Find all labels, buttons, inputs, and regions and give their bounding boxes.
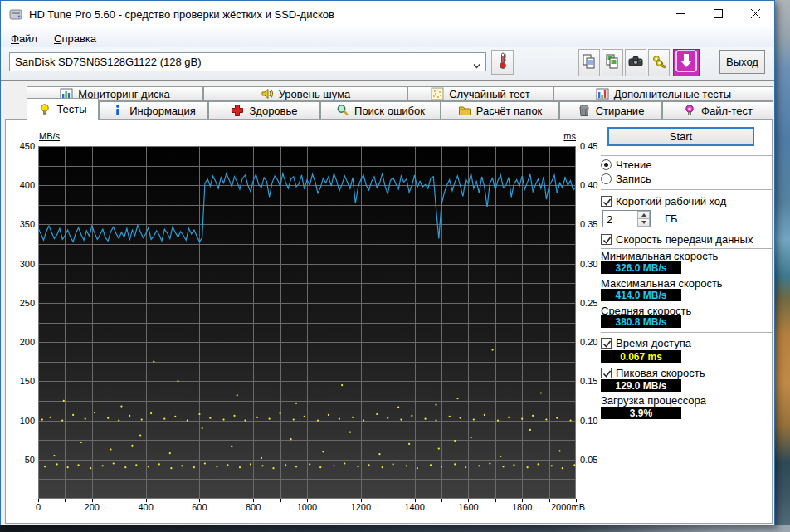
copy-image-button[interactable]: [602, 49, 623, 76]
thermometer-icon: [498, 51, 508, 73]
axis-tick-label: 0.30: [580, 259, 597, 269]
axis-tick-label: 300: [1, 259, 35, 269]
transfer-rate-checkbox[interactable]: [601, 234, 612, 245]
random-dots-icon: [431, 87, 444, 100]
transfer-rate-row[interactable]: Скорость передачи данных: [601, 233, 753, 246]
folder-icon: [458, 104, 471, 117]
exit-button[interactable]: Выход: [719, 50, 765, 74]
access-time-row[interactable]: Время доступа: [601, 337, 691, 349]
axis-tick-mark: [468, 499, 469, 502]
separator: [601, 332, 772, 333]
cpu-usage-label: Загрузка процессора: [601, 394, 706, 407]
tab-strip: Мониторинг диска Уровень шума Случайный …: [1, 81, 774, 119]
axis-tick-label: 400: [1, 180, 35, 190]
menu-help[interactable]: Справка: [49, 31, 101, 46]
maximize-button[interactable]: [700, 1, 737, 27]
minimize-button[interactable]: [662, 1, 700, 27]
axis-tick-label: 450: [1, 141, 35, 151]
keys-icon: [651, 54, 666, 72]
burst-rate-value: 129.0 MB/s: [601, 379, 681, 392]
tab-erase[interactable]: Стирание: [559, 101, 662, 120]
read-radio[interactable]: [601, 159, 612, 170]
trash-icon: [578, 104, 591, 117]
access-time-value: 0.067 ms: [601, 350, 681, 363]
triangle-down-icon: [641, 221, 646, 224]
tab-file-test[interactable]: Файл-тест: [662, 101, 773, 120]
health-cross-icon: [231, 104, 244, 117]
axis-tick-label: 600: [183, 502, 216, 512]
axis-tick-label: 0: [22, 502, 55, 512]
tab-noise-level[interactable]: Уровень шума: [203, 86, 407, 101]
axis-tick-label: 0.40: [580, 180, 597, 190]
min-speed-text: 326.0 MB/s: [615, 262, 666, 274]
separator: [601, 248, 772, 249]
benchmark-plot: [38, 146, 576, 499]
benchmark-area: MB/s ms 450400350300250200150100500.450.…: [1, 119, 775, 525]
tab-tests[interactable]: Тесты: [27, 98, 99, 120]
axis-tick-mark: [415, 499, 416, 502]
magnifier-icon: [336, 104, 349, 117]
axis-tick-label: 0.05: [580, 455, 597, 465]
start-button[interactable]: Start: [607, 127, 754, 146]
tab-extra-tests[interactable]: Дополнительные тесты: [553, 86, 773, 101]
axis-tick-label: 1200: [344, 502, 378, 512]
axis-tick-mark: [38, 499, 39, 502]
extra-tests-icon: [596, 87, 609, 100]
tab-label: Стирание: [596, 105, 645, 117]
stroke-unit-label: ГБ: [665, 212, 678, 225]
burst-rate-checkbox[interactable]: [601, 368, 612, 378]
tab-folder-usage[interactable]: Расчёт папок: [441, 101, 559, 120]
axis-tick-mark: [495, 499, 496, 502]
right-axis-unit: ms: [551, 131, 576, 141]
exit-button-label: Выход: [726, 56, 758, 68]
tab-label: Файл-тест: [701, 105, 753, 117]
tab-error-scan[interactable]: Поиск ошибок: [320, 101, 441, 120]
axis-tick-mark: [146, 499, 147, 502]
short-stroke-row[interactable]: Короткий рабочий ход: [601, 195, 726, 207]
menu-bar: Файл Справка: [1, 27, 774, 47]
write-radio-row[interactable]: Запись: [601, 173, 651, 185]
read-radio-row[interactable]: Чтение: [601, 159, 651, 171]
temperature-button[interactable]: [491, 50, 514, 75]
short-stroke-checkbox[interactable]: [601, 196, 612, 207]
short-stroke-label: Короткий рабочий ход: [616, 195, 726, 207]
axis-tick-mark: [549, 499, 550, 502]
spinner-down-button[interactable]: [637, 218, 650, 227]
triangle-up-icon: [641, 213, 646, 217]
axis-tick-label: 0.20: [580, 337, 597, 347]
burst-rate-label: Пиковая скорость: [616, 367, 705, 379]
close-button[interactable]: [737, 1, 774, 27]
update-download-button[interactable]: [673, 49, 700, 76]
registration-button[interactable]: [648, 49, 670, 76]
axis-tick-mark: [361, 499, 362, 502]
copy-pages-icon: [582, 53, 597, 73]
download-arrow-icon: [675, 50, 697, 76]
camera-icon: [628, 55, 643, 71]
axis-tick-mark: [334, 499, 334, 502]
read-radio-label: Чтение: [616, 159, 651, 171]
tab-health[interactable]: Здоровье: [208, 101, 320, 120]
axis-tick-label: 2000mB: [551, 502, 584, 512]
speaker-icon: [261, 87, 274, 100]
window-title: HD Tune Pro 5.60 - средство проверки жёс…: [29, 8, 334, 21]
cpu-usage-text: 3.9%: [630, 408, 652, 419]
write-radio[interactable]: [601, 173, 612, 184]
axis-tick-mark: [253, 499, 254, 502]
axis-tick-label: 0.45: [580, 141, 597, 151]
stroke-size-spinner[interactable]: 2: [602, 210, 651, 227]
tab-random-test[interactable]: Случайный тест: [407, 86, 553, 101]
tab-info[interactable]: Информация: [99, 101, 208, 120]
copy-text-button[interactable]: [578, 49, 600, 76]
copy-image-icon: [605, 53, 620, 73]
burst-rate-row[interactable]: Пиковая скорость: [601, 367, 705, 379]
axis-tick-label: 0.15: [580, 376, 597, 386]
menu-file[interactable]: Файл: [6, 31, 42, 46]
app-icon: [9, 7, 23, 22]
axis-tick-label: 250: [1, 298, 35, 308]
access-time-checkbox[interactable]: [601, 338, 612, 349]
tab-label: Тесты: [56, 103, 86, 115]
screenshot-button[interactable]: [625, 49, 646, 76]
drive-selector[interactable]: SanDisk SD7SN6S128G1122 (128 gB): [9, 52, 486, 71]
axis-tick-label: 800: [237, 502, 270, 512]
axis-tick-label: 100: [1, 416, 35, 426]
